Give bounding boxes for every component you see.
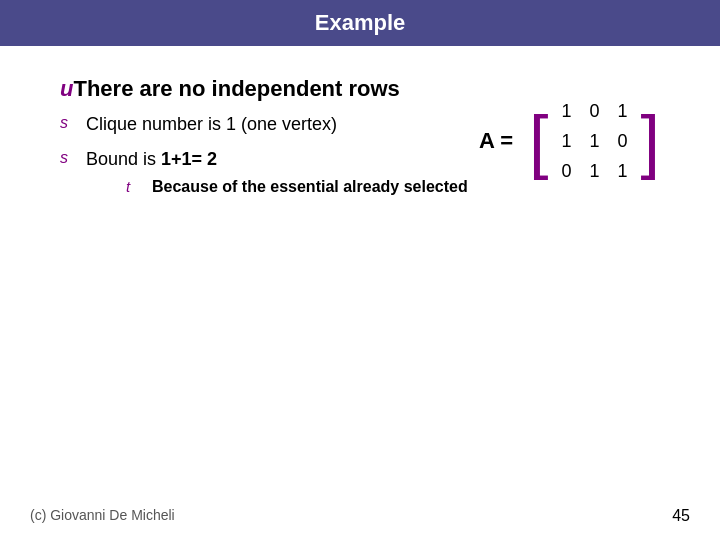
bullet-marker-1: s — [60, 112, 76, 132]
bullet-text-1: Clique number is 1 (one vertex) — [86, 112, 337, 137]
cell-2-1: 1 — [590, 161, 600, 182]
cell-0-1: 0 — [590, 101, 600, 122]
sub-bullet-marker: t — [126, 176, 142, 195]
bracket-left-icon: [ — [529, 106, 548, 176]
title-bar: Example — [0, 0, 720, 46]
matrix-grid: 1 0 1 1 1 0 0 1 1 — [553, 96, 637, 186]
footer-page-number: 45 — [672, 507, 690, 525]
bullet-text-2: Bound is 1+1= 2 — [86, 149, 217, 169]
page-title: Example — [315, 10, 406, 35]
matrix-wrapper: [ 1 0 1 1 1 0 0 1 1 ] — [529, 96, 660, 186]
cell-1-0: 1 — [562, 131, 572, 152]
content-area: uThere are no independent rows s Clique … — [0, 46, 720, 239]
sub-bullet-text: Because of the essential already selecte… — [152, 176, 468, 198]
cell-2-0: 0 — [562, 161, 572, 182]
heading-prefix: u — [60, 76, 73, 101]
cell-0-2: 1 — [618, 101, 628, 122]
matrix-label: A = — [479, 128, 513, 154]
bracket-right-icon: ] — [641, 106, 660, 176]
bullet-marker-2: s — [60, 147, 76, 167]
cell-2-2: 1 — [618, 161, 628, 182]
matrix-section: A = [ 1 0 1 1 1 0 0 1 1 ] — [479, 96, 660, 186]
cell-0-0: 1 — [562, 101, 572, 122]
footer: (c) Giovanni De Micheli 45 — [0, 507, 720, 525]
heading-text: There are no independent rows — [73, 76, 399, 101]
cell-1-1: 1 — [590, 131, 600, 152]
sub-bullet-item: t Because of the essential already selec… — [126, 176, 468, 198]
cell-1-2: 0 — [618, 131, 628, 152]
footer-copyright: (c) Giovanni De Micheli — [30, 507, 175, 525]
